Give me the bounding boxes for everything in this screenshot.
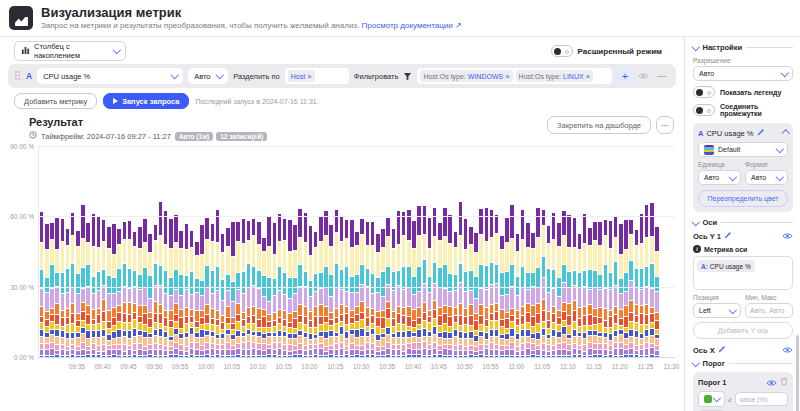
bar-segment [573, 311, 577, 320]
bar-segment [247, 264, 251, 287]
bar-segment [604, 265, 608, 288]
bar-segment [521, 356, 525, 357]
edit-pencil-icon[interactable] [757, 128, 765, 138]
x-axis-tick-label: 10:20 [301, 363, 317, 370]
bar-segment [252, 324, 256, 331]
x-axis-tick-label: 09:50 [146, 363, 162, 370]
minmax-input[interactable] [745, 303, 793, 318]
bar-segment [319, 356, 323, 357]
bar-segment [397, 324, 401, 331]
threshold-value-input[interactable] [735, 392, 788, 406]
bar-segment [371, 355, 375, 357]
bar-segment [169, 296, 173, 311]
chart-type-select[interactable]: Столбец с накоплением [14, 41, 126, 61]
settings-section-header[interactable]: Настройки [693, 43, 793, 52]
bar-segment [376, 327, 380, 334]
bar-segment [495, 337, 499, 344]
filter-chip[interactable]: Host:Os type: WINDOWS× [420, 70, 512, 82]
bar-segment [133, 313, 137, 319]
bar-segment [464, 317, 468, 323]
bar-segment [97, 315, 101, 323]
collapse-card-icon[interactable] [781, 130, 789, 138]
toggle-switch[interactable] [693, 86, 715, 98]
hide-query-icon[interactable] [638, 72, 649, 80]
close-icon[interactable]: × [307, 72, 311, 81]
delete-threshold-icon[interactable] [780, 377, 788, 388]
bar-segment [542, 329, 546, 335]
bar-segment [547, 269, 551, 293]
position-select[interactable]: Left [693, 303, 741, 318]
drag-handle-icon[interactable] [14, 67, 21, 85]
bar-segment [381, 229, 385, 247]
bar-segment [190, 355, 194, 357]
filter-chip[interactable]: Host× [288, 70, 315, 82]
metric-select[interactable]: CPU usage % [37, 68, 183, 84]
close-icon[interactable]: × [505, 72, 509, 81]
bar-segment [262, 297, 266, 309]
unit-select[interactable]: Авто [698, 170, 741, 185]
bar-segment [123, 303, 127, 312]
bar-segment [304, 346, 308, 350]
threshold-color-select[interactable] [698, 391, 725, 407]
bar-segment [154, 241, 158, 263]
bar-segment [143, 314, 147, 324]
threshold-visibility-icon[interactable] [766, 379, 777, 387]
bar-segment [464, 339, 468, 346]
resolution-select[interactable]: Авто [693, 66, 793, 81]
bar-segment [174, 304, 178, 315]
run-query-button[interactable]: Запуск запроса [103, 93, 189, 109]
bar-segment [273, 350, 277, 355]
x-axis-visibility-icon[interactable] [782, 346, 793, 354]
add-metric-button[interactable]: Добавить метрику [14, 93, 97, 109]
bar-segment [495, 345, 499, 349]
palette-select[interactable]: Default [698, 142, 788, 157]
remove-query-icon[interactable]: — [657, 71, 666, 81]
bar-segment [309, 321, 313, 328]
bar-segment [190, 323, 194, 327]
add-y-axis-button[interactable]: Добавить Y ось [693, 322, 793, 339]
bar-segment [340, 290, 344, 305]
bar-segment [547, 335, 551, 339]
bar-segment [433, 349, 437, 354]
override-color-button[interactable]: Переопределить цвет [698, 190, 788, 207]
advanced-mode-toggle[interactable] [551, 45, 573, 57]
bar-segment [542, 226, 546, 255]
toggle-switch[interactable] [693, 104, 715, 116]
bar-column[interactable] [654, 227, 659, 357]
close-icon[interactable]: × [586, 72, 590, 81]
bar-segment [635, 355, 639, 357]
bar-segment [578, 234, 582, 248]
bar-segment [598, 324, 602, 332]
bar-segment [169, 355, 173, 357]
bar-segment [490, 356, 494, 357]
more-menu-button[interactable]: ··· [656, 116, 674, 134]
bar-segment [143, 268, 147, 287]
metric-axis-box[interactable]: A: CPU usage % [693, 256, 793, 290]
filter-input[interactable]: Host:Os type: WINDOWS×Host:Os type: LINU… [417, 68, 612, 84]
pin-to-dashboard-button[interactable]: Закрепить на дашборде [547, 116, 651, 134]
bar-segment [107, 335, 111, 340]
axes-section-header[interactable]: Оси [693, 218, 793, 227]
bar-segment [423, 303, 427, 312]
bar-segment [55, 345, 59, 350]
chart-bars [39, 146, 659, 357]
bar-segment [283, 241, 287, 271]
bar-segment [40, 330, 44, 336]
bar-segment [185, 356, 189, 357]
bar-segment [614, 286, 618, 306]
bar-segment [76, 327, 80, 332]
bar-segment [128, 331, 132, 338]
bar-segment [392, 319, 396, 327]
edit-pencil-icon[interactable] [724, 231, 732, 241]
filter-chip[interactable]: Host:Os type: LINUX× [516, 70, 593, 82]
y-axis-visibility-icon[interactable] [782, 232, 793, 240]
downsample-select[interactable]: Авто [188, 68, 228, 84]
split-by-input[interactable]: Host× [285, 68, 349, 84]
add-filter-button[interactable]: + [617, 68, 633, 84]
bar-segment [412, 350, 416, 354]
threshold-section-header[interactable]: Порог [693, 359, 793, 368]
format-select[interactable]: Авто [745, 170, 788, 185]
sidebar-scrollbar[interactable] [796, 335, 799, 411]
edit-pencil-icon[interactable] [718, 345, 726, 355]
doc-link[interactable]: Просмотр документации [362, 21, 453, 30]
